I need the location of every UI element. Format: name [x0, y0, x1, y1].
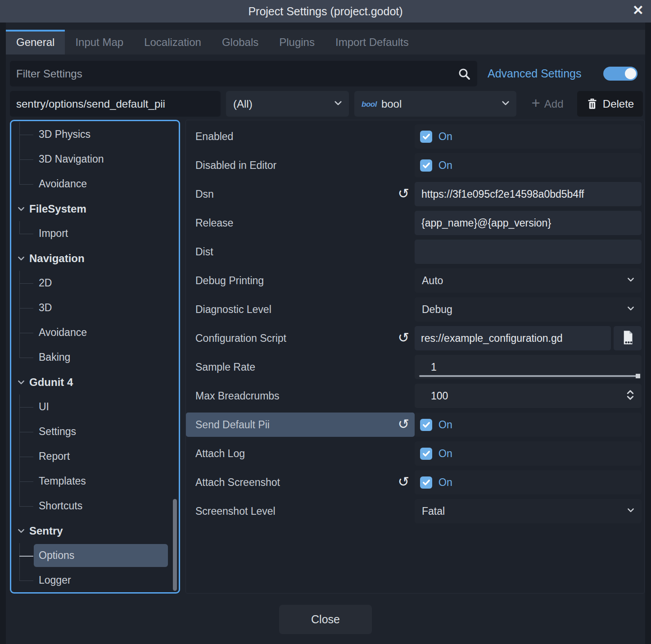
setting-label-text: Sample Rate [195, 361, 255, 373]
slider-field[interactable]: 1 [415, 355, 642, 379]
sidebar-item-2d[interactable]: 2D [11, 271, 179, 295]
setting-label[interactable]: Screenshot Level [186, 499, 415, 523]
revert-icon[interactable]: ↺ [398, 187, 409, 200]
sidebar-item-settings[interactable]: Settings [11, 419, 179, 444]
setting-row-configuration-script: Configuration Script↺res://example_confi… [186, 326, 644, 350]
setting-row-send-default-pii: Send Default Pii↺On [186, 413, 644, 437]
text-field[interactable]: {app_name}@{app_version} [415, 211, 642, 235]
setting-label[interactable]: Dist [186, 240, 415, 264]
dropdown-field[interactable]: Fatal [415, 499, 642, 523]
tab-general[interactable]: General [6, 30, 65, 54]
add-button-label: Add [544, 98, 564, 110]
revert-icon[interactable]: ↺ [398, 475, 409, 489]
setting-label[interactable]: Enabled [186, 124, 415, 149]
setting-label[interactable]: Release [186, 211, 415, 235]
sidebar-scrollbar[interactable] [173, 499, 177, 591]
sidebar-item-3d-physics[interactable]: 3D Physics [11, 122, 179, 147]
sidebar-section-label: Navigation [29, 252, 85, 265]
filter-settings-field[interactable] [10, 61, 477, 86]
spinbox-arrows-icon[interactable] [625, 389, 635, 403]
checkbox-field[interactable]: On [415, 124, 642, 149]
chevron-down-icon [627, 506, 635, 516]
script-field: res://example_configuration.gd [415, 326, 642, 350]
checkbox-state-label: On [439, 159, 452, 172]
sidebar-item-avoidance[interactable]: Avoidance [11, 172, 179, 196]
dropdown-field[interactable]: Auto [415, 268, 642, 293]
checkbox-field[interactable]: On [415, 441, 642, 466]
setting-label[interactable]: Dsn↺ [186, 182, 415, 206]
titlebar: Project Settings (project.godot) ✕ [0, 0, 651, 23]
sidebar-item-3d-navigation[interactable]: 3D Navigation [11, 147, 179, 172]
property-name-input[interactable] [10, 91, 221, 117]
property-name-field[interactable] [10, 91, 221, 117]
sidebar-item-logger[interactable]: Logger [11, 568, 179, 593]
checkbox-field[interactable]: On [415, 153, 642, 177]
checkbox-checked-icon[interactable] [420, 419, 432, 431]
tab-plugins[interactable]: Plugins [269, 30, 325, 54]
slider-grabber[interactable] [636, 374, 640, 378]
checkbox-checked-icon[interactable] [420, 131, 432, 143]
setting-label[interactable]: Send Default Pii↺ [186, 413, 415, 437]
script-path-field[interactable]: res://example_configuration.gd [415, 326, 611, 350]
setting-label[interactable]: Max Breadcrumbs [186, 384, 415, 408]
setting-label[interactable]: Diagnostic Level [186, 297, 415, 322]
sidebar-item-report[interactable]: Report [11, 444, 179, 469]
sidebar-section-sentry[interactable]: Sentry [11, 518, 179, 543]
add-button[interactable]: + Add [521, 91, 574, 117]
checkbox-field[interactable]: On [415, 470, 642, 494]
revert-icon[interactable]: ↺ [398, 417, 409, 431]
spinbox-field[interactable]: 100 [415, 384, 642, 408]
text-field[interactable] [415, 240, 642, 264]
slider-value: 1 [431, 361, 437, 373]
tab-input-map[interactable]: Input Map [65, 30, 134, 54]
setting-label[interactable]: Disabled in Editor [186, 153, 415, 177]
dropdown-field[interactable]: Debug [415, 297, 642, 322]
checkbox-state-label: On [439, 448, 452, 460]
sidebar-item-label: Logger [39, 574, 71, 586]
setting-label-text: Debug Printing [195, 275, 264, 287]
setting-label[interactable]: Sample Rate [186, 355, 415, 379]
text-field[interactable]: https://3f1e095cf2e14598a0bd5b4ff [415, 182, 642, 206]
sidebar-item-3d[interactable]: 3D [11, 295, 179, 320]
sidebar-section-filesystem[interactable]: FileSystem [11, 196, 179, 221]
close-icon[interactable]: ✕ [633, 4, 644, 17]
setting-label[interactable]: Debug Printing [186, 268, 415, 293]
checkbox-checked-icon[interactable] [420, 476, 432, 489]
sidebar-item-shortcuts[interactable]: Shortcuts [11, 494, 179, 518]
sidebar-item-ui[interactable]: UI [11, 395, 179, 419]
spinbox-value: 100 [431, 390, 448, 402]
bool-type-icon: bool [362, 100, 377, 109]
category-dropdown[interactable]: (All) [226, 91, 349, 117]
checkbox-checked-icon[interactable] [420, 159, 432, 172]
window-title: Project Settings (project.godot) [248, 5, 402, 18]
sidebar-item-templates[interactable]: Templates [11, 469, 179, 494]
checkbox-field[interactable]: On [415, 413, 642, 437]
filter-settings-input[interactable] [10, 61, 477, 86]
setting-label[interactable]: Attach Screenshot↺ [186, 470, 415, 494]
advanced-settings-toggle[interactable] [603, 67, 637, 81]
sidebar-section-gdunit-4[interactable]: Gdunit 4 [11, 370, 179, 395]
revert-icon[interactable]: ↺ [398, 331, 409, 345]
tab-globals[interactable]: Globals [212, 30, 269, 54]
checkbox-checked-icon[interactable] [420, 448, 432, 460]
setting-row-attach-screenshot: Attach Screenshot↺On [186, 470, 644, 494]
type-dropdown[interactable]: bool bool [354, 91, 516, 117]
sidebar-item-avoidance[interactable]: Avoidance [11, 320, 179, 345]
sidebar-section-navigation[interactable]: Navigation [11, 246, 179, 271]
tab-localization[interactable]: Localization [134, 30, 212, 54]
dropdown-value: Debug [422, 304, 452, 316]
checkbox-state-label: On [439, 419, 452, 431]
chevron-down-icon [501, 98, 510, 110]
close-button[interactable]: Close [279, 605, 372, 634]
slider-track[interactable] [419, 375, 640, 377]
sidebar-item-baking[interactable]: Baking [11, 345, 179, 370]
setting-label[interactable]: Attach Log [186, 441, 415, 466]
sidebar-item-import[interactable]: Import [11, 221, 179, 246]
sidebar-item-label: Baking [39, 351, 70, 363]
delete-button[interactable]: Delete [577, 91, 643, 117]
tab-import-defaults[interactable]: Import Defaults [325, 30, 419, 54]
sidebar-item-options[interactable]: Options [11, 543, 179, 568]
setting-row-max-breadcrumbs: Max Breadcrumbs100 [186, 384, 644, 408]
load-script-button[interactable] [614, 326, 642, 350]
setting-label[interactable]: Configuration Script↺ [186, 326, 415, 350]
